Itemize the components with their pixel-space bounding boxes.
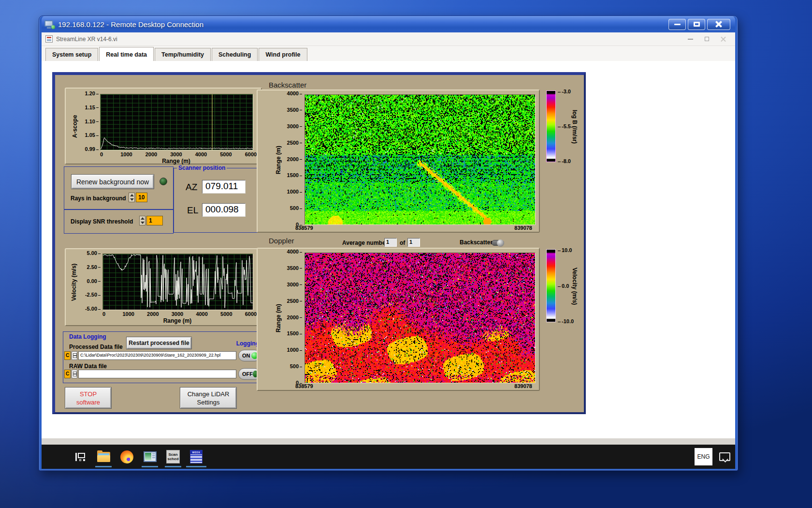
tick-label: 1.10 xyxy=(85,119,99,124)
app-close-button[interactable] xyxy=(715,34,731,45)
tick-label: 1.15 xyxy=(85,105,99,110)
of-label: of xyxy=(400,239,405,246)
app-titlebar[interactable]: StreamLine XR v14-6.vi xyxy=(42,32,735,46)
az-label: AZ xyxy=(186,182,197,193)
restore-icon xyxy=(705,37,709,41)
background-led xyxy=(160,178,167,185)
ascope-y-ticks: 1.201.151.101.050.99 xyxy=(79,91,99,152)
az-value-field[interactable]: 079.011 xyxy=(202,180,246,194)
week-planner-button[interactable]: WEEK xyxy=(189,450,203,463)
rdp-minimize-button[interactable] xyxy=(668,19,686,30)
tab-real-time-data[interactable]: Real time data xyxy=(99,47,154,61)
tick-label: 4000 xyxy=(192,311,212,317)
tick-label: 2.50 xyxy=(87,265,101,270)
app-minimize-button[interactable] xyxy=(682,34,698,45)
app-restore-button[interactable] xyxy=(698,34,715,45)
backscatter-colorbar-label: log B (/m/sr) xyxy=(571,92,578,161)
processed-path-input[interactable]: C:\Lidar\Data\Proc\2023\202309\20230909\… xyxy=(78,351,236,360)
backscatter-y-ticks: 40003500300025002000150010005000 xyxy=(284,91,302,227)
firefox-button[interactable] xyxy=(120,450,133,463)
tick-label: 2000 xyxy=(287,157,302,162)
logging-label: Logging xyxy=(236,340,259,347)
tick-label: 2000 xyxy=(143,311,162,317)
app-content: A-scope 1.201.151.101.050.99 01000200030… xyxy=(42,61,735,438)
rdp-maximize-button[interactable] xyxy=(688,19,705,30)
snr-threshold-label: Display SNR threshold xyxy=(71,218,133,225)
backscatter-y-axis-label: Range (m) xyxy=(275,126,282,194)
doppler-x-end: 839078 xyxy=(514,383,532,389)
el-value-field[interactable]: 000.098 xyxy=(202,203,246,217)
rdp-titlebar[interactable]: 192.168.0.122 - Remote Desktop Connectio… xyxy=(42,16,735,32)
ascope-x-axis-label: Range (m) xyxy=(100,158,252,164)
backscatter-doppler-toggle[interactable] xyxy=(492,240,504,246)
language-indicator[interactable]: ENG xyxy=(695,448,712,465)
tick-label: 2500 xyxy=(287,140,302,146)
tick-label: 1000 xyxy=(119,311,138,317)
rdp-client-area: StreamLine XR v14-6.vi System setupReal … xyxy=(42,32,735,469)
backscatter-cb-tick-mid: -5.5 xyxy=(558,123,571,129)
app-window-title: StreamLine XR v14-6.vi xyxy=(56,36,679,43)
snr-spinner[interactable] xyxy=(139,216,145,225)
on-label: ON xyxy=(242,353,250,359)
doppler-cb-tick-max: 10.0 xyxy=(558,247,572,253)
doppler-colorbar-label: Velocity (m/s) xyxy=(571,251,578,321)
minimize-icon xyxy=(674,24,681,25)
processed-browse-icon[interactable] xyxy=(72,351,77,360)
tab-wind-profile[interactable]: Wind profile xyxy=(259,48,307,61)
tab-scheduling[interactable]: Scheduling xyxy=(212,48,258,61)
scan-scheduler-button[interactable]: Scan sched xyxy=(166,450,180,463)
stop-label-line2: software xyxy=(76,398,100,406)
rays-spinner[interactable] xyxy=(129,193,135,202)
doppler-x-start: 838579 xyxy=(295,383,313,389)
minimize-icon xyxy=(688,39,693,40)
firefox-icon xyxy=(120,450,133,463)
raw-path-input[interactable] xyxy=(78,370,236,378)
snr-value[interactable]: 1 xyxy=(146,216,163,225)
tick-label: 1.05 xyxy=(85,133,99,138)
doppler-y-ticks: 40003500300025002000150010005000 xyxy=(284,249,302,386)
tick-label: 500 xyxy=(290,364,302,369)
average-total-input[interactable]: 1 xyxy=(407,238,420,247)
stop-software-button[interactable]: STOP software xyxy=(65,387,112,409)
raw-browse-icon[interactable] xyxy=(72,370,77,378)
rays-value[interactable]: 10 xyxy=(136,193,147,202)
tick-label: 5000 xyxy=(217,311,236,317)
main-panel: A-scope 1.201.151.101.050.99 01000200030… xyxy=(52,72,586,414)
close-icon xyxy=(720,36,726,42)
rays-in-background-label: Rays in background xyxy=(71,195,126,202)
raw-drive-box[interactable]: C xyxy=(64,370,71,378)
change-lidar-settings-button[interactable]: Change LiDAR Settings xyxy=(180,387,237,409)
file-explorer-button[interactable] xyxy=(97,450,110,463)
average-number-input[interactable]: 1 xyxy=(384,238,397,247)
change-settings-line2: Settings xyxy=(197,398,220,406)
restart-processed-file-button[interactable]: Restart processed file xyxy=(126,337,192,349)
scan-scheduler-icon: Scan sched xyxy=(166,450,180,463)
tick-label: 1000 xyxy=(117,151,136,157)
rdp-close-button[interactable] xyxy=(707,19,730,30)
rdp-window: 192.168.0.122 - Remote Desktop Connectio… xyxy=(39,15,738,471)
tick-label: 1500 xyxy=(287,331,302,336)
renew-background-button[interactable]: Renew background now xyxy=(71,174,154,189)
velocity-y-axis-label: Velocity (m/s) xyxy=(71,255,77,309)
tab-system-setup[interactable]: System setup xyxy=(45,48,98,61)
tick-label: 2000 xyxy=(287,315,302,320)
tick-label: 0 xyxy=(94,311,114,317)
average-number-label: Average number xyxy=(342,239,388,246)
backscatter-x-start: 838579 xyxy=(295,225,313,231)
task-view-icon xyxy=(75,453,85,461)
doppler-title: Doppler xyxy=(269,237,294,245)
task-view-button[interactable] xyxy=(73,450,87,463)
backscatter-cb-tick-min: -8.0 xyxy=(558,158,571,164)
tick-label: 5.00 xyxy=(87,251,101,256)
notification-center-icon[interactable] xyxy=(719,452,730,461)
app-window-button[interactable] xyxy=(143,450,157,463)
background-controls-box: Renew background now Rays in background … xyxy=(64,166,174,209)
tick-label: 1000 xyxy=(287,347,302,353)
tab-temp-humidity[interactable]: Temp/humidity xyxy=(155,48,211,61)
doppler-plate: Range (m) 400035003000250020001500100050… xyxy=(257,248,540,391)
backscatter-toggle-label: Backscatter xyxy=(460,239,493,246)
tick-label: -2.50 xyxy=(85,292,101,298)
doppler-cb-tick-mid: 0.0 xyxy=(558,283,569,289)
processed-drive-box[interactable]: C xyxy=(64,351,71,360)
tick-label: 4000 xyxy=(287,249,302,254)
